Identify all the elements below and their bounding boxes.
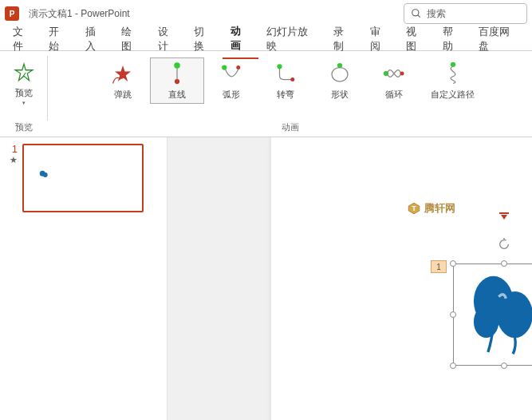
shape-path-icon: [328, 61, 352, 85]
svg-marker-3: [115, 65, 131, 81]
balloons-thumbnail-icon: [38, 169, 49, 180]
slide-number: 1: [10, 144, 18, 155]
search-icon: [411, 8, 422, 19]
slide-canvas[interactable]: T 腾轩网 1 ▾▾: [167, 137, 532, 420]
watermark-logo-icon: T: [407, 201, 421, 216]
thumb-meta: 1 ★: [10, 144, 18, 165]
resize-handle-t[interactable]: [501, 260, 507, 267]
anim-arc[interactable]: 弧形: [204, 57, 258, 104]
slide-thumbnails-panel: 1 ★: [0, 137, 167, 420]
animation-indicator-icon: ★: [10, 155, 18, 165]
group-preview: 预览 ▾ 预览: [0, 51, 48, 137]
svg-point-14: [400, 71, 404, 75]
animation-order-tag[interactable]: 1: [431, 260, 447, 273]
svg-marker-21: [501, 215, 507, 220]
svg-point-10: [290, 77, 294, 81]
anim-bounce[interactable]: 弹跳: [96, 57, 150, 104]
line-path-icon: [165, 61, 189, 85]
resize-handle-b[interactable]: [501, 363, 507, 369]
anim-shape[interactable]: 形状: [313, 57, 367, 104]
svg-point-15: [450, 61, 455, 66]
anim-custom-path[interactable]: 自定义路径: [421, 57, 485, 104]
resize-handle-l[interactable]: [450, 311, 456, 318]
chevron-down-icon: ▾: [22, 100, 26, 106]
turn-path-icon: [274, 61, 298, 85]
custom-path-icon: [441, 61, 465, 85]
bounce-icon: [111, 61, 135, 85]
svg-point-12: [332, 67, 348, 81]
svg-marker-2: [15, 64, 33, 81]
anim-line[interactable]: 直线: [150, 57, 204, 104]
slide-thumbnail-1[interactable]: [22, 144, 144, 212]
motion-path-end-icon[interactable]: [498, 209, 510, 224]
anim-loop[interactable]: 循环: [367, 57, 421, 104]
powerpoint-icon: P: [5, 6, 19, 21]
workspace: 1 ★ T 腾轩网 1: [0, 137, 532, 420]
preview-button[interactable]: 预览 ▾: [5, 57, 43, 109]
rotate-handle[interactable]: [498, 238, 510, 251]
svg-point-0: [412, 10, 419, 16]
svg-point-17: [43, 172, 48, 177]
svg-point-4: [174, 62, 180, 69]
svg-text:T: T: [412, 205, 416, 212]
svg-point-24: [474, 306, 499, 338]
ribbon: 预览 ▾ 预览 弹跳 直线 弧形: [0, 51, 532, 137]
resize-handle-bl[interactable]: [450, 363, 456, 369]
group-animation: 弹跳 直线 弧形 转弯: [48, 51, 532, 137]
star-preview-icon: [14, 61, 34, 85]
selected-object[interactable]: 1 ▾▾: [453, 263, 532, 366]
svg-line-1: [418, 15, 420, 18]
document-title: 演示文稿1 - PowerPoint: [29, 7, 130, 21]
ribbon-tabs: 文件 开始 插入 绘图 设计 切换 动画 幻灯片放映 录制 审阅 视图 帮助 百…: [0, 27, 532, 51]
svg-point-7: [222, 65, 227, 69]
arc-path-icon: [219, 61, 243, 85]
svg-point-6: [174, 78, 179, 83]
balloons-shape-icon[interactable]: [459, 270, 532, 359]
search-placeholder: 搜索: [427, 7, 446, 21]
svg-point-23: [497, 291, 532, 338]
loop-path-icon: [382, 61, 406, 85]
anim-turn[interactable]: 转弯: [258, 57, 313, 104]
svg-point-9: [277, 64, 282, 69]
svg-point-8: [236, 65, 240, 69]
resize-handle-tl[interactable]: [450, 260, 456, 267]
watermark: T 腾轩网: [407, 201, 455, 216]
